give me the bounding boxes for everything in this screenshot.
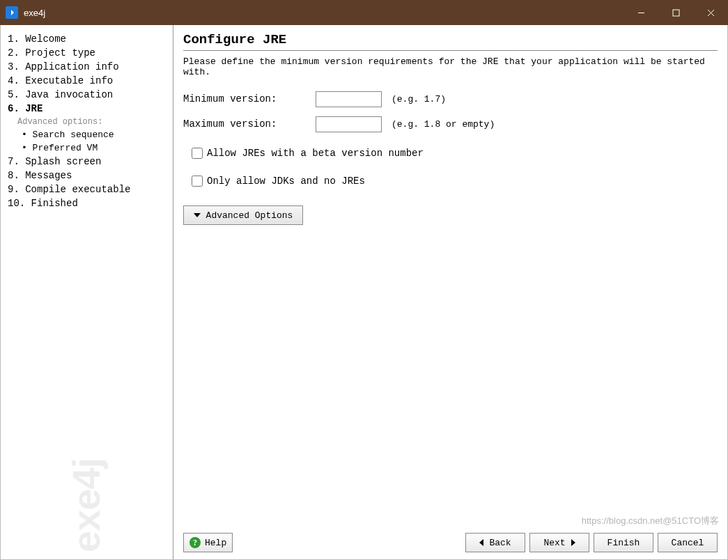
sidebar-step-5[interactable]: 5. Java invocation: [8, 88, 170, 102]
maximum-version-input[interactable]: [316, 116, 382, 132]
sidebar-step-11[interactable]: 8. Messages: [8, 169, 170, 182]
help-button[interactable]: ? Help: [183, 533, 233, 552]
window-title: exe4j: [24, 8, 45, 18]
maximize-button[interactable]: [658, 0, 693, 25]
cancel-label: Cancel: [672, 538, 704, 548]
sidebar-step-10[interactable]: 7. Splash screen: [8, 155, 170, 169]
chevron-down-icon: [194, 213, 201, 217]
allow-beta-label: Allow JREs with a beta version number: [207, 148, 424, 159]
minimum-version-hint: (e.g. 1.7): [392, 94, 446, 104]
advanced-options-button[interactable]: Advanced Options: [183, 205, 303, 225]
next-label: Next: [543, 538, 565, 548]
page-description: Please define the minimum version requir…: [183, 56, 718, 77]
close-button[interactable]: [693, 0, 728, 25]
sidebar-step-1[interactable]: 1. Welcome: [8, 32, 170, 46]
sidebar-watermark: exe4j: [63, 458, 109, 552]
sidebar-step-3[interactable]: 3. Application info: [8, 60, 170, 74]
only-jdk-checkbox[interactable]: [192, 176, 203, 187]
help-icon: ?: [189, 537, 201, 548]
svg-rect-1: [673, 10, 679, 16]
main-panel: Configure JRE Please define the minimum …: [173, 25, 727, 559]
sidebar-advanced-header: Advanced options:: [8, 116, 170, 128]
sidebar-step-12[interactable]: 9. Compile executable: [8, 182, 170, 196]
minimum-version-input[interactable]: [316, 91, 382, 107]
sidebar-step-6[interactable]: 6. JRE: [8, 102, 170, 116]
advanced-options-label: Advanced Options: [206, 210, 293, 221]
cancel-button[interactable]: Cancel: [658, 533, 718, 552]
finish-label: Finish: [607, 538, 640, 548]
app-icon: [6, 6, 18, 19]
sidebar-advanced-item[interactable]: • Search sequence: [8, 128, 170, 141]
only-jdk-label: Only allow JDKs and no JREs: [207, 176, 365, 187]
allow-beta-checkbox[interactable]: [192, 148, 203, 159]
back-button[interactable]: Back: [465, 533, 525, 552]
sidebar-step-4[interactable]: 4. Executable info: [8, 74, 170, 88]
arrow-left-icon: [479, 539, 483, 546]
page-title: Configure JRE: [183, 32, 718, 51]
wizard-footer: ? Help Back Next Finish Cancel: [183, 529, 718, 552]
next-button[interactable]: Next: [529, 533, 589, 552]
minimize-button[interactable]: [624, 0, 658, 25]
minimum-version-label: Minimum version:: [183, 93, 316, 104]
maximum-version-hint: (e.g. 1.8 or empty): [392, 119, 495, 130]
wizard-sidebar: 1. Welcome2. Project type3. Application …: [1, 25, 173, 559]
back-label: Back: [489, 538, 511, 548]
arrow-right-icon: [571, 539, 575, 546]
titlebar: exe4j: [0, 0, 728, 25]
help-label: Help: [205, 538, 226, 548]
finish-button[interactable]: Finish: [594, 533, 653, 552]
sidebar-advanced-item[interactable]: • Preferred VM: [8, 141, 170, 155]
sidebar-step-2[interactable]: 2. Project type: [8, 46, 170, 60]
maximum-version-label: Maximum version:: [183, 118, 316, 130]
sidebar-step-13[interactable]: 10. Finished: [8, 196, 170, 210]
